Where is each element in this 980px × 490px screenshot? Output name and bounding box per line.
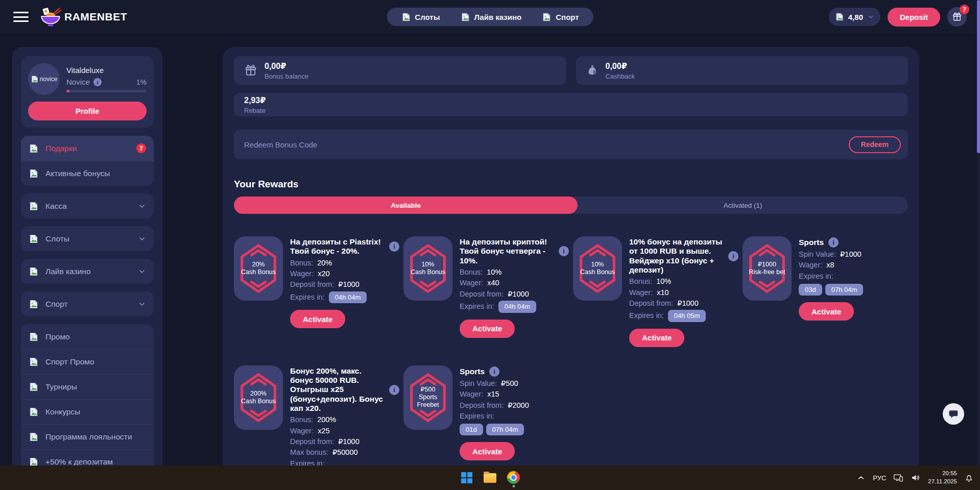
- info-icon[interactable]: i: [389, 241, 399, 252]
- detail-value: x10: [657, 288, 668, 297]
- detail-value: x25: [318, 427, 329, 435]
- expires-chip: 04h 04m: [329, 291, 367, 304]
- gifts-header-button[interactable]: 7: [947, 7, 967, 27]
- detail-label: Wager:: [460, 279, 483, 287]
- profile-button[interactable]: Profile: [28, 102, 147, 120]
- chat-widget-button[interactable]: [943, 403, 964, 425]
- sidebar-item-loyalty[interactable]: Программа лояльности: [21, 424, 154, 449]
- sidebar-active-bonuses-label: Активные бонусы: [45, 169, 110, 178]
- activate-button[interactable]: Activate: [629, 329, 684, 347]
- ramen-bowl-icon: [40, 7, 61, 27]
- tab-activated[interactable]: Activated (1): [578, 197, 908, 214]
- ramenbet-bonuses-page: { "header": { "logo_text": "RAMENBET", "…: [0, 0, 980, 490]
- detail-value: ₽1000: [840, 250, 861, 259]
- activate-button[interactable]: Activate: [290, 310, 345, 328]
- expires-label: Expires in:: [799, 272, 833, 281]
- sidebar-item-promo[interactable]: Промо: [21, 324, 154, 349]
- gift-icon: [244, 64, 257, 77]
- badge-line: Cash Bonus: [241, 268, 276, 276]
- level-info-icon[interactable]: i: [93, 78, 102, 86]
- deposit-button[interactable]: Deposit: [888, 8, 940, 27]
- sidebar-live-casino-label: Лайв казино: [45, 267, 91, 276]
- detail-label: Spin Value:: [460, 379, 497, 388]
- sidebar-sport-group: Спорт: [21, 291, 154, 316]
- hamburger-menu-icon[interactable]: [13, 12, 29, 22]
- sidebar-item-gifts[interactable]: Подарки 7: [21, 136, 154, 161]
- broken-image-icon: [29, 299, 39, 309]
- start-button[interactable]: [460, 471, 473, 484]
- activate-button[interactable]: Activate: [799, 302, 854, 321]
- speaker-icon[interactable]: [911, 473, 921, 483]
- sidebar-gifts-badge: 7: [136, 143, 146, 153]
- sidebar-cashier-label: Касса: [45, 202, 67, 211]
- ramenbet-logo[interactable]: RAMENBET: [40, 7, 127, 27]
- sidebar-bonus-group: Подарки 7 Активные бонусы: [21, 136, 154, 186]
- badge-line: 20%: [241, 261, 276, 268]
- nav-slots-label: Слоты: [415, 13, 440, 21]
- detail-label: Wager:: [629, 288, 653, 297]
- sidebar-item-sport[interactable]: Спорт: [21, 291, 154, 316]
- wallet-stats: 0,00₽ Bonus balance 0,00₽ Cashback: [234, 56, 908, 85]
- cashback-card: 0,00₽ Cashback: [576, 56, 909, 85]
- bonus-card: 20% Cash Bonus На депозиты с Piastrix! Т…: [234, 236, 399, 347]
- expires-chip: 04h 04m: [498, 301, 537, 313]
- sidebar-gifts-label: Подарки: [45, 144, 77, 153]
- nav-slots[interactable]: Слоты: [391, 8, 450, 26]
- rebate-card: 2,93₽ Rebate: [234, 93, 908, 116]
- redeem-code-input[interactable]: [244, 140, 849, 149]
- gifts-count-badge: 7: [960, 5, 969, 14]
- chrome-button[interactable]: [507, 471, 520, 484]
- sidebar-item-slots[interactable]: Слоты: [21, 226, 154, 251]
- info-icon[interactable]: i: [728, 251, 738, 261]
- broken-image-icon: [29, 201, 39, 211]
- sidebar-item-sport-promo[interactable]: Спорт Промо: [21, 349, 154, 374]
- broken-image-icon: [29, 266, 39, 277]
- bonus-badge: 200% Cash Bonus: [234, 365, 283, 430]
- badge-line: ₽500: [417, 386, 439, 394]
- money-bag-icon: [586, 64, 599, 77]
- sidebar-item-cashier[interactable]: Касса: [21, 193, 154, 218]
- balance-dropdown[interactable]: 4,80: [829, 8, 880, 26]
- activate-button[interactable]: Activate: [460, 320, 515, 338]
- redeem-bonus-card: Redeem: [234, 130, 908, 159]
- nav-live-casino[interactable]: Лайв казино: [450, 8, 532, 26]
- expires-chip: 01d: [460, 424, 483, 435]
- sidebar-item-live-casino[interactable]: Лайв казино: [21, 259, 154, 284]
- activate-button[interactable]: Activate: [460, 442, 515, 460]
- sidebar-item-contests[interactable]: Конкурсы: [21, 399, 154, 424]
- expires-label: Expires in:: [460, 302, 494, 311]
- language-indicator[interactable]: РУС: [873, 474, 886, 482]
- level-progress-percent: 1%: [136, 78, 147, 86]
- detail-value: x40: [487, 279, 499, 287]
- taskbar-clock[interactable]: 20:55 27.11.2025: [928, 470, 957, 485]
- info-icon[interactable]: i: [828, 237, 839, 248]
- bell-icon[interactable]: [964, 473, 974, 483]
- broken-image-icon: [29, 168, 39, 179]
- nav-sport[interactable]: Спорт: [532, 8, 589, 26]
- scrollbar-thumb[interactable]: [977, 0, 980, 153]
- rewards-title: Your Rewards: [234, 179, 908, 190]
- expires-chip: 04h 05m: [668, 310, 706, 322]
- tab-available[interactable]: Available: [234, 197, 578, 214]
- info-icon[interactable]: i: [559, 246, 569, 256]
- detail-label: Wager:: [799, 261, 822, 270]
- redeem-button[interactable]: Redeem: [849, 136, 901, 153]
- avatar[interactable]: novice: [28, 63, 60, 95]
- badge-line: Freebet: [417, 401, 439, 409]
- avatar-alt-text: novice: [40, 76, 58, 83]
- info-icon[interactable]: i: [389, 385, 399, 395]
- detail-value: 10%: [656, 277, 671, 286]
- sidebar-item-active-bonuses[interactable]: Активные бонусы: [21, 161, 154, 186]
- detail-label: Max bonus:: [290, 448, 328, 457]
- file-explorer-button[interactable]: [484, 471, 497, 484]
- badge-line: 200%: [241, 390, 276, 398]
- info-icon[interactable]: i: [489, 366, 499, 377]
- sidebar-item-tournaments[interactable]: Турниры: [21, 374, 154, 399]
- chevron-up-icon[interactable]: [856, 473, 866, 482]
- broken-image-icon: [29, 432, 39, 442]
- page-scrollbar[interactable]: [977, 0, 980, 465]
- clock-date: 27.11.2025: [928, 478, 957, 486]
- bonus-card: 10% Cash Bonus На депозиты криптой! Твой…: [403, 236, 569, 347]
- bonus-balance-label: Bonus balance: [265, 72, 308, 80]
- screen-cast-icon[interactable]: [893, 473, 903, 483]
